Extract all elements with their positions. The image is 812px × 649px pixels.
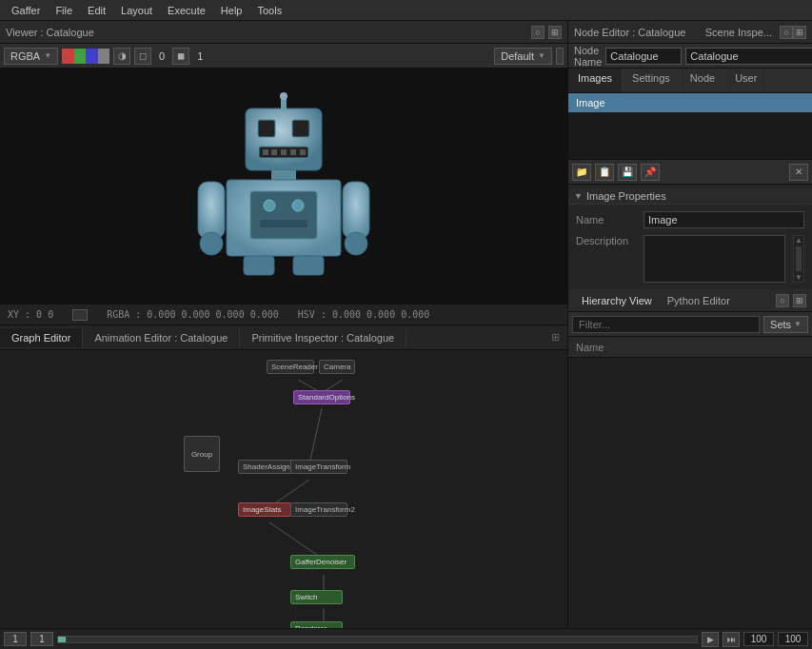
tl-end-btn[interactable]: ⏭: [723, 632, 740, 647]
tl-frame2[interactable]: 1: [30, 632, 53, 646]
viewer-canvas: [0, 69, 567, 304]
hierarchy-content: [568, 358, 812, 649]
menu-edit[interactable]: Edit: [80, 3, 113, 18]
tl-scrubber[interactable]: [57, 636, 698, 643]
main-layout: Viewer : Catalogue ○ ⊞ RGBA ▼ ◑: [0, 21, 812, 649]
gnode-group[interactable]: Group: [184, 436, 220, 472]
img-name-input[interactable]: [644, 211, 804, 228]
tab-settings[interactable]: Settings: [623, 69, 681, 92]
svg-rect-22: [293, 256, 324, 275]
hsv-values: HSV : 0.000 0.000 0.000: [298, 309, 429, 320]
graph-canvas[interactable]: SceneReader Camera StandardOptions Group…: [0, 350, 567, 649]
viewer-icon2[interactable]: ◻: [134, 48, 151, 65]
hier-circle-btn[interactable]: ○: [776, 294, 789, 307]
xy-coords: XY : 0 0: [8, 309, 53, 320]
menu-tools[interactable]: Tools: [249, 3, 289, 18]
menu-help[interactable]: Help: [213, 3, 250, 18]
node-editor-title: Node Editor : Catalogue: [574, 27, 698, 38]
viewer-val2: 1: [193, 50, 207, 62]
viewer-grid-btn[interactable]: ⊞: [548, 26, 562, 39]
tab-animation-editor[interactable]: Animation Editor : Catalogue: [83, 328, 240, 347]
red-channel[interactable]: [62, 49, 74, 64]
hierarchy-section: Hierarchy View Python Editor ○ ⊞ Sets ▼ …: [568, 289, 812, 649]
tab-scene-inspector[interactable]: Scene Inspe...: [698, 25, 780, 40]
channel-dropdown[interactable]: RGBA ▼: [4, 48, 58, 65]
svg-rect-19: [343, 182, 369, 239]
gnode-standardoptions[interactable]: StandardOptions: [293, 390, 350, 404]
node-name-row: Node Name ℹ ⚙: [568, 44, 812, 69]
sets-button[interactable]: Sets ▼: [763, 316, 808, 333]
svg-rect-2: [292, 120, 309, 137]
img-desc-row: Description ▲ ▼: [568, 231, 812, 285]
tl-play-btn[interactable]: ▶: [702, 632, 719, 647]
menu-file[interactable]: File: [48, 3, 80, 18]
img-tb-save[interactable]: 💾: [618, 164, 637, 181]
gnode-imagestats[interactable]: ImageStats: [238, 502, 291, 517]
gnode-denoiser[interactable]: GafferDenoiser: [290, 555, 355, 569]
tl-scrubber-pos: [58, 637, 66, 642]
img-name-label: Name: [576, 214, 638, 226]
graph-expand-btn[interactable]: ⊞: [544, 327, 567, 347]
tab-images[interactable]: Images: [568, 69, 623, 92]
viewer-icon3[interactable]: ◼: [172, 48, 189, 65]
tab-graph-editor[interactable]: Graph Editor: [0, 328, 83, 347]
rgba-values: RGBA : 0.000 0.000 0.000 0.000: [107, 309, 279, 320]
gnode-switch[interactable]: Switch: [290, 590, 343, 604]
timeline-bar: 1 1 ▶ ⏭ 100 100: [0, 628, 812, 649]
svg-rect-13: [250, 191, 317, 239]
svg-point-20: [345, 232, 367, 255]
svg-rect-17: [198, 182, 225, 239]
hier-grid-btn[interactable]: ⊞: [793, 294, 806, 307]
tl-frame1[interactable]: 1: [4, 632, 27, 646]
image-toolbar: 📁 📋 💾 📌 ✕: [568, 160, 812, 185]
green-channel[interactable]: [74, 49, 87, 64]
svg-point-18: [200, 232, 223, 255]
alpha-channel[interactable]: [98, 49, 110, 64]
node-catalogue-input[interactable]: [685, 48, 812, 65]
tab-hierarchy-view[interactable]: Hierarchy View: [574, 293, 660, 308]
img-tb-close[interactable]: ✕: [789, 164, 808, 181]
filter-input[interactable]: [572, 316, 760, 333]
viewer-pipe[interactable]: [556, 48, 564, 65]
img-props-title: Image Properties: [586, 190, 666, 202]
img-props-triangle: ▼: [574, 191, 583, 201]
viewer-circle-btn[interactable]: ○: [531, 26, 545, 39]
tl-val2[interactable]: 100: [778, 632, 808, 646]
node-editor-circle-btn[interactable]: ○: [780, 26, 793, 39]
gnode-imagetransform[interactable]: ImageTransform: [290, 460, 347, 474]
menu-layout[interactable]: Layout: [113, 3, 160, 18]
col-name: Name: [576, 342, 604, 353]
gnode-scenereader[interactable]: SceneReader: [267, 360, 314, 374]
node-editor-grid-btn[interactable]: ⊞: [793, 26, 806, 39]
node-editor-header: Node Editor : Catalogue Scene Inspe... ○…: [568, 21, 812, 44]
node-name-input[interactable]: [605, 48, 682, 65]
tab-user[interactable]: User: [725, 69, 767, 92]
blue-channel[interactable]: [86, 49, 98, 64]
gnode-imagetransform2[interactable]: ImageTransform2: [290, 502, 347, 517]
viewer-icon1[interactable]: ◑: [113, 48, 130, 65]
left-panel: Viewer : Catalogue ○ ⊞ RGBA ▼ ◑: [0, 21, 568, 649]
tab-primitive-inspector[interactable]: Primitive Inspector : Catalogue: [240, 328, 406, 347]
viewer-val1: 0: [155, 50, 168, 62]
gnode-camera[interactable]: Camera: [319, 360, 355, 374]
menu-gaffer[interactable]: Gaffer: [4, 3, 48, 18]
tab-python-editor[interactable]: Python Editor: [660, 293, 738, 308]
viewer-header: Viewer : Catalogue ○ ⊞: [0, 21, 567, 44]
gnode-shaderassign[interactable]: ShaderAssignment: [238, 460, 293, 474]
image-list-item-0[interactable]: Image: [568, 93, 812, 112]
svg-rect-7: [271, 149, 277, 155]
img-tb-pin[interactable]: 📌: [641, 164, 660, 181]
preset-dropdown[interactable]: Default ▼: [494, 48, 552, 65]
textarea-scroll-down[interactable]: ▼: [794, 273, 803, 282]
viewer-title: Viewer : Catalogue: [6, 27, 94, 38]
img-tb-copy[interactable]: 📋: [595, 164, 614, 181]
tl-val1[interactable]: 100: [743, 632, 774, 646]
img-desc-textarea[interactable]: [644, 235, 785, 283]
tab-node[interactable]: Node: [681, 69, 725, 92]
svg-rect-16: [260, 220, 307, 227]
textarea-scroll-up[interactable]: ▲: [794, 236, 803, 245]
channel-arrow: ▼: [44, 51, 51, 60]
menu-execute[interactable]: Execute: [160, 3, 213, 18]
img-tb-open[interactable]: 📁: [572, 164, 591, 181]
svg-rect-10: [300, 149, 306, 155]
